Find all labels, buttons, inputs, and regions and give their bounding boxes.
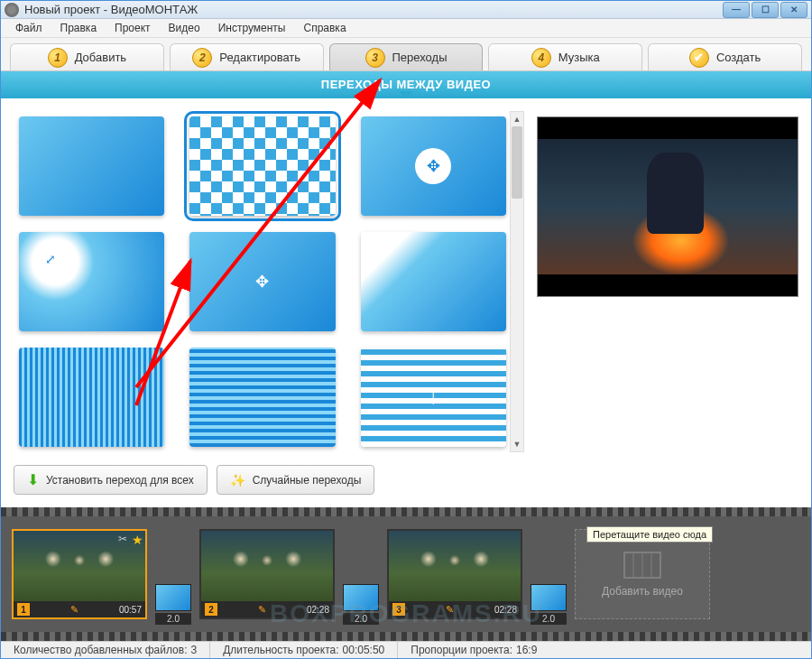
- window-title: Новый проект - ВидеоМОНТАЖ: [24, 3, 721, 16]
- tab-add[interactable]: 1 Добавить: [10, 43, 164, 70]
- transition-thumb[interactable]: [19, 116, 164, 216]
- transition-duration: 2.0: [531, 613, 567, 625]
- scroll-down-icon[interactable]: ▼: [511, 437, 523, 451]
- app-icon: [5, 3, 19, 17]
- close-button[interactable]: ✕: [780, 2, 807, 18]
- transition-chip[interactable]: 2.0: [342, 584, 380, 625]
- pencil-icon[interactable]: ✎: [70, 604, 78, 616]
- pencil-icon[interactable]: ✎: [258, 604, 266, 616]
- clip-number: 1: [17, 603, 30, 616]
- tab-label: Музыка: [558, 51, 600, 64]
- menu-edit[interactable]: Правка: [53, 19, 105, 37]
- tab-label: Редактировать: [219, 51, 300, 64]
- button-label: Случайные переходы: [253, 474, 362, 487]
- clip-infobar: 2 ✎ 02:28: [201, 601, 333, 617]
- transition-mini-icon: [343, 584, 379, 611]
- app-window: Новый проект - ВидеоМОНТАЖ — ☐ ✕ Файл Пр…: [0, 0, 812, 659]
- workflow-tabs: 1 Добавить 2 Редактировать 3 Переходы 4 …: [1, 38, 811, 70]
- transitions-panel: ▲ ▼ ⬇ Установить переход для всех ✨ Случ…: [14, 111, 524, 495]
- status-aspect: Пропорции проекта: 16:9: [398, 642, 549, 658]
- pencil-icon[interactable]: ✎: [446, 604, 454, 616]
- drop-zone[interactable]: Перетащите видео сюда Добавить видео: [575, 529, 710, 619]
- status-files: Количество добавленных файлов: 3: [1, 642, 210, 658]
- scroll-track[interactable]: [511, 126, 523, 437]
- drop-tooltip: Перетащите видео сюда: [586, 526, 713, 543]
- scissors-icon: ✂: [118, 533, 127, 545]
- menu-project[interactable]: Проект: [107, 19, 158, 37]
- banner-text: ПЕРЕХОДЫ МЕЖДУ ВИДЕО: [321, 78, 491, 91]
- clip-infobar: 3 ✎ 02:28: [389, 601, 521, 617]
- drop-label: Добавить видео: [602, 585, 683, 598]
- minimize-button[interactable]: —: [723, 2, 750, 18]
- clips-row: ✂ ★ 1 ✎ 00:57 2.0 2 ✎ 02:28: [1, 516, 811, 632]
- transition-duration: 2.0: [155, 613, 191, 625]
- checkmark-icon: ✔: [689, 48, 709, 68]
- preview-frame: [538, 139, 798, 274]
- step-badge-icon: 3: [365, 48, 385, 68]
- tab-edit[interactable]: 2 Редактировать: [170, 43, 324, 70]
- transitions-grid: [14, 111, 510, 452]
- scrollbar[interactable]: ▲ ▼: [510, 111, 524, 452]
- statusbar: Количество добавленных файлов: 3 Длитель…: [1, 641, 811, 658]
- transition-mini-icon: [155, 584, 191, 611]
- action-row: ⬇ Установить переход для всех ✨ Случайны…: [14, 465, 524, 495]
- step-badge-icon: 2: [192, 48, 212, 68]
- status-value: 00:05:50: [343, 644, 385, 656]
- transition-thumb[interactable]: [189, 232, 335, 331]
- menu-help[interactable]: Справка: [296, 19, 353, 37]
- status-label: Количество добавленных файлов:: [14, 644, 187, 656]
- transition-duration: 2.0: [343, 613, 379, 625]
- menubar: Файл Правка Проект Видео Инструменты Спр…: [1, 19, 811, 38]
- scroll-up-icon[interactable]: ▲: [511, 112, 523, 126]
- timeline-clip[interactable]: 3 ✎ 02:28: [387, 529, 522, 619]
- tab-create[interactable]: ✔ Создать: [648, 43, 802, 70]
- transition-thumb[interactable]: [19, 348, 164, 447]
- timeline: ✂ ★ 1 ✎ 00:57 2.0 2 ✎ 02:28: [1, 507, 811, 641]
- status-duration: Длительность проекта: 00:05:50: [210, 642, 398, 658]
- tab-label: Создать: [716, 51, 761, 64]
- transition-mini-icon: [531, 584, 567, 611]
- button-label: Установить переход для всех: [46, 474, 194, 487]
- film-perforation: [1, 507, 811, 516]
- clip-duration: 00:57: [119, 605, 142, 615]
- clip-number: 3: [392, 603, 405, 616]
- transition-thumb[interactable]: [189, 116, 335, 216]
- timeline-clip[interactable]: ✂ ★ 1 ✎ 00:57: [12, 529, 147, 619]
- menu-file[interactable]: Файл: [8, 19, 50, 37]
- clip-thumbnail: [201, 531, 333, 601]
- film-perforation: [1, 632, 811, 641]
- clip-duration: 02:28: [307, 605, 329, 615]
- tab-transitions[interactable]: 3 Переходы: [329, 43, 484, 70]
- menu-video[interactable]: Видео: [161, 19, 208, 37]
- timeline-clip[interactable]: 2 ✎ 02:28: [199, 529, 335, 619]
- clip-infobar: 1 ✎ 00:57: [14, 601, 145, 617]
- status-value: 3: [190, 644, 197, 656]
- transition-thumb[interactable]: [361, 348, 506, 447]
- transition-chip[interactable]: 2.0: [154, 584, 192, 625]
- menu-tools[interactable]: Инструменты: [211, 19, 293, 37]
- transition-chip[interactable]: 2.0: [530, 584, 567, 625]
- magic-wand-icon: ✨: [230, 473, 245, 487]
- apply-all-button[interactable]: ⬇ Установить переход для всех: [14, 465, 208, 495]
- transition-thumb[interactable]: [19, 232, 164, 331]
- scroll-thumb[interactable]: [512, 126, 522, 199]
- tab-music[interactable]: 4 Музыка: [488, 43, 642, 70]
- transition-thumb[interactable]: [361, 116, 506, 216]
- clip-number: 2: [205, 603, 217, 616]
- status-value: 16:9: [516, 644, 537, 656]
- step-badge-icon: 1: [48, 48, 68, 68]
- tab-label: Добавить: [75, 51, 126, 64]
- clip-duration: 02:28: [494, 605, 517, 615]
- status-label: Пропорции проекта:: [411, 644, 512, 656]
- filmstrip-icon: [623, 551, 662, 580]
- section-banner: ПЕРЕХОДЫ МЕЖДУ ВИДЕО: [1, 71, 811, 98]
- status-label: Длительность проекта:: [223, 644, 338, 656]
- star-icon: ★: [132, 533, 143, 547]
- maximize-button[interactable]: ☐: [752, 2, 779, 18]
- transition-thumb[interactable]: [189, 348, 335, 447]
- tab-label: Переходы: [392, 51, 448, 64]
- transition-thumb[interactable]: [361, 232, 506, 331]
- random-transitions-button[interactable]: ✨ Случайные переходы: [217, 465, 375, 495]
- step-badge-icon: 4: [531, 48, 551, 68]
- preview-panel: [537, 116, 798, 297]
